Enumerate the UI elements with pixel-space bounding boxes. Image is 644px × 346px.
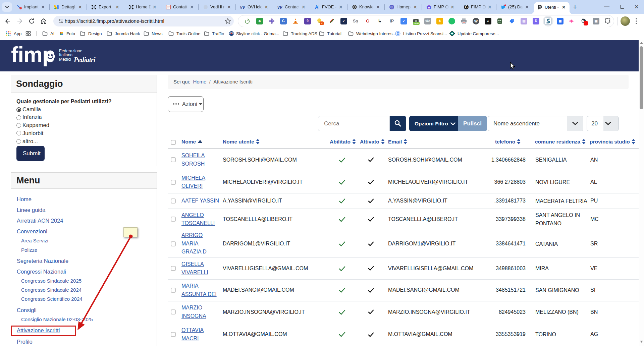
svg-text:C: C — [390, 5, 393, 9]
svg-text:vV: vV — [277, 5, 283, 10]
svg-text:new: new — [414, 22, 419, 25]
svg-text:D: D — [397, 32, 399, 36]
svg-text:vV: vV — [240, 5, 246, 10]
svg-text:A: A — [315, 4, 318, 10]
svg-text:4: 4 — [321, 22, 323, 25]
svg-text:C: C — [465, 5, 468, 9]
